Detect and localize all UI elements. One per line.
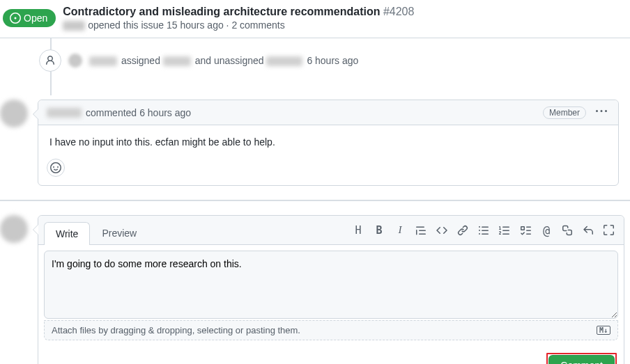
bold-icon[interactable]: B bbox=[373, 224, 385, 237]
italic-icon[interactable]: I bbox=[394, 224, 406, 237]
issue-number: #4208 bbox=[383, 6, 415, 17]
assignee2-redacted bbox=[266, 56, 302, 66]
comment-time[interactable]: 6 hours ago bbox=[139, 107, 191, 118]
event-action1: assigned bbox=[121, 55, 160, 66]
person-icon-wrap bbox=[39, 49, 61, 72]
issue-meta: opened this issue 15 hours ago · 2 comme… bbox=[88, 19, 285, 31]
attach-hint: Attach files by dragging & dropping, sel… bbox=[52, 325, 300, 335]
header-text: Contradictory and misleading architectur… bbox=[63, 6, 414, 31]
ul-icon[interactable] bbox=[477, 224, 490, 237]
issue-title-text: Contradictory and misleading architectur… bbox=[63, 6, 380, 17]
assignee1-redacted bbox=[163, 56, 191, 66]
assignment-event: assigned and unassigned 6 hours ago bbox=[33, 47, 624, 81]
actor-avatar bbox=[68, 54, 82, 68]
comment-textarea[interactable] bbox=[44, 251, 618, 319]
sticky-header: Open Contradictory and misleading archit… bbox=[0, 0, 630, 38]
new-comment-form: Write Preview H B I @ Atta bbox=[0, 215, 630, 364]
issue-open-icon bbox=[10, 13, 21, 24]
heading-icon[interactable]: H bbox=[352, 224, 364, 237]
event-text: assigned and unassigned 6 hours ago bbox=[89, 55, 358, 66]
comment-submit-button[interactable]: Comment bbox=[548, 355, 615, 364]
commenter-avatar[interactable] bbox=[0, 100, 28, 127]
editor-body: Attach files by dragging & dropping, sel… bbox=[38, 244, 624, 346]
editor-box: Write Preview H B I @ Atta bbox=[38, 215, 624, 364]
link-icon[interactable] bbox=[456, 224, 469, 237]
status-label: Open bbox=[24, 13, 47, 24]
comment-header-left: commented 6 hours ago bbox=[47, 107, 191, 118]
status-badge: Open bbox=[3, 9, 56, 27]
commenter-name-redacted[interactable] bbox=[47, 108, 82, 118]
editor-tabs-row: Write Preview H B I @ bbox=[38, 216, 624, 244]
issue-title[interactable]: Contradictory and misleading architectur… bbox=[63, 6, 414, 18]
tab-write[interactable]: Write bbox=[44, 222, 90, 245]
issue-subtitle: opened this issue 15 hours ago · 2 comme… bbox=[63, 19, 414, 31]
kebab-menu-icon[interactable] bbox=[593, 106, 610, 119]
tasklist-icon[interactable] bbox=[519, 224, 532, 237]
comment-block: commented 6 hours ago Member I have no i… bbox=[0, 100, 624, 186]
current-user-avatar[interactable] bbox=[0, 215, 28, 243]
comment-body: I have no input into this. ecfan might b… bbox=[38, 125, 618, 159]
author-name-redacted bbox=[63, 21, 85, 31]
diff-icon[interactable] bbox=[603, 224, 615, 237]
actor-name-redacted bbox=[89, 56, 117, 66]
mention-icon[interactable]: @ bbox=[540, 224, 553, 237]
event-time: 6 hours ago bbox=[307, 55, 358, 66]
markdown-badge-icon[interactable]: M↓ bbox=[597, 326, 610, 335]
comment-button-highlight: Comment bbox=[546, 353, 617, 364]
comment-box: commented 6 hours ago Member I have no i… bbox=[38, 100, 619, 186]
crossref-icon[interactable] bbox=[561, 224, 574, 237]
comment-verb: commented bbox=[86, 107, 137, 118]
add-reaction-button[interactable] bbox=[47, 159, 65, 177]
editor-footer: Comment bbox=[38, 346, 624, 364]
member-badge: Member bbox=[543, 106, 586, 119]
comment-header-right: Member bbox=[543, 106, 610, 119]
code-icon[interactable] bbox=[436, 224, 448, 237]
timeline: assigned and unassigned 6 hours ago comm… bbox=[33, 38, 624, 186]
quote-icon[interactable] bbox=[415, 224, 427, 237]
tab-preview[interactable]: Preview bbox=[90, 221, 148, 244]
event-action2: and unassigned bbox=[195, 55, 264, 66]
section-divider bbox=[0, 200, 630, 201]
comment-header: commented 6 hours ago Member bbox=[38, 100, 618, 125]
reply-icon[interactable] bbox=[582, 224, 594, 237]
editor-tabs: Write Preview bbox=[44, 221, 148, 244]
person-icon bbox=[45, 55, 56, 66]
attach-hint-row[interactable]: Attach files by dragging & dropping, sel… bbox=[44, 320, 618, 340]
smiley-icon bbox=[50, 162, 61, 173]
ol-icon[interactable] bbox=[498, 224, 511, 237]
formatting-toolbar: H B I @ bbox=[349, 220, 618, 241]
